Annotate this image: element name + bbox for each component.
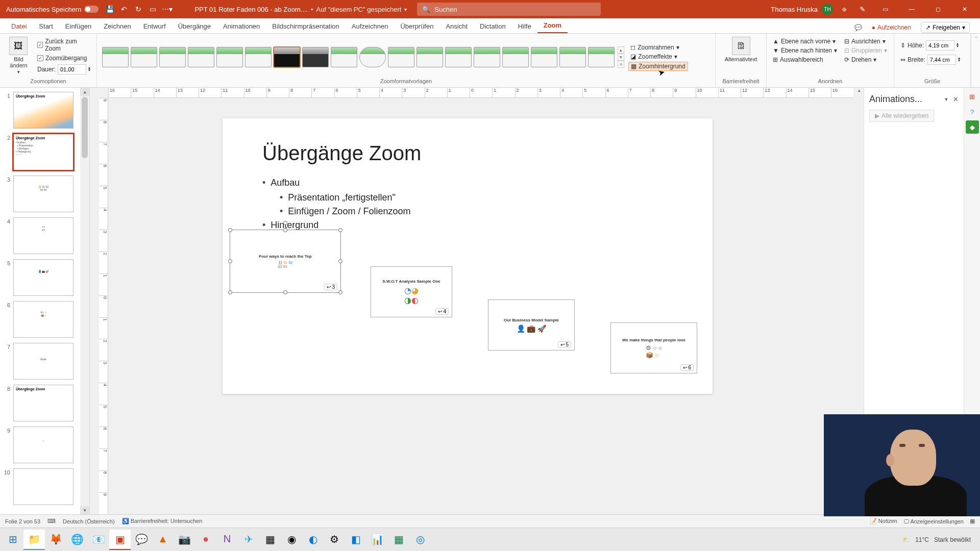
slide-title[interactable]: Übergänge Zoom — [223, 118, 713, 165]
zoom-style-1[interactable] — [102, 47, 129, 67]
height-field[interactable] — [926, 40, 954, 51]
zoom-box-slide6[interactable]: We make things that people love⚙ ○ ○📦 ○ … — [610, 322, 697, 373]
obs-icon[interactable]: ◉ — [281, 530, 302, 550]
tab-dictation[interactable]: Dictation — [474, 19, 512, 33]
return-to-zoom-checkbox[interactable]: ✓ Zurück zum Zoom — [35, 37, 92, 53]
vlc-icon[interactable]: ▲ — [152, 530, 174, 550]
edge-icon[interactable]: ◎ — [409, 530, 431, 550]
bring-forward-button[interactable]: ▲ Ebene nach vorne ▾ — [771, 37, 839, 45]
selection-pane-button[interactable]: ⊞ Auswahlbereich — [771, 56, 839, 64]
user-avatar[interactable]: TH — [822, 4, 833, 15]
zoom-style-15[interactable] — [502, 47, 529, 67]
gallery-more-icon[interactable]: ≡ — [618, 61, 624, 68]
app-icon-2[interactable]: 📷 — [174, 530, 195, 550]
minimize-icon[interactable]: — — [900, 0, 923, 18]
telegram-icon[interactable]: ✈ — [238, 530, 259, 550]
slide-thumb-4[interactable]: 4●●●● — [3, 217, 86, 254]
slide-thumb-6[interactable]: 6⚙ ○ ○📦 ○ — [3, 301, 86, 338]
tab-insert[interactable]: Einfügen — [59, 19, 97, 33]
zoom-style-16[interactable] — [531, 47, 557, 67]
zoom-style-17[interactable] — [559, 47, 586, 67]
zoom-style-18[interactable] — [588, 47, 615, 67]
pane-dropdown-icon[interactable]: ▾ — [945, 96, 948, 103]
gallery-up-icon[interactable]: ▴ — [618, 46, 624, 54]
zoom-box-slide4[interactable]: S.W.O.T Analysis Sample One◔◕◑◐ ↩ 4 — [371, 266, 452, 317]
scroll-thumb[interactable] — [82, 97, 88, 158]
document-title[interactable]: PPT 01 Roter Faden 006 - ab Zoom.... • A… — [194, 6, 407, 13]
zoom-style-2[interactable] — [131, 47, 157, 67]
accessibility-status[interactable]: ♿ Barrierefreiheit: Untersuchen — [122, 518, 203, 524]
display-settings-button[interactable]: 🖵 Anzeigeeinstellungen — [903, 518, 964, 524]
tab-record[interactable]: Aufzeichnen — [346, 19, 395, 33]
comments-icon[interactable]: 💬 — [854, 24, 862, 31]
zoom-style-4[interactable] — [188, 47, 214, 67]
app-icon-8[interactable]: 📊 — [366, 530, 388, 550]
zoom-style-6[interactable] — [245, 47, 272, 67]
rotate-button[interactable]: ⟳ Drehen ▾ — [842, 56, 889, 64]
tab-draw[interactable]: Zeichnen — [97, 19, 137, 33]
zoom-style-11[interactable] — [388, 47, 414, 67]
chrome-icon[interactable]: 🌐 — [66, 530, 88, 550]
app-icon-1[interactable]: 💬 — [131, 530, 152, 550]
change-image-button[interactable]: 🖼 Bild ändern ▾ — [4, 36, 33, 76]
temperature[interactable]: 11°C — [915, 536, 929, 543]
zoom-background-button[interactable]: ▦ Zoomhintergrund — [628, 62, 688, 71]
app-icon-5[interactable]: ◐ — [302, 530, 324, 550]
tab-design[interactable]: Entwurf — [137, 19, 172, 33]
app-icon-3[interactable]: ● — [195, 530, 216, 550]
width-field[interactable] — [927, 55, 956, 65]
slide-thumb-10[interactable]: 10 — [3, 468, 86, 505]
maximize-icon[interactable]: ◻ — [927, 0, 949, 18]
excel-icon[interactable]: ▦ — [388, 530, 409, 550]
record-button[interactable]: ● Aufzeichnen — [867, 22, 916, 33]
tab-view[interactable]: Ansicht — [439, 19, 474, 33]
app-icon-4[interactable]: ▦ — [259, 530, 281, 550]
sidetab-designer-icon[interactable]: ◆ — [966, 120, 979, 134]
height-input[interactable]: ⇕ Höhe: ▴▾ — [898, 40, 962, 51]
search-box[interactable]: 🔍 — [417, 3, 601, 16]
notes-button[interactable]: 📝 Notizen — [870, 518, 897, 524]
zoom-style-5[interactable] — [216, 47, 243, 67]
zoom-style-7-selected[interactable] — [274, 47, 300, 67]
scroll-up-icon[interactable]: ▴ — [80, 88, 89, 96]
toggle-switch[interactable] — [84, 6, 99, 13]
thumbs-scrollbar[interactable]: ▴ ▾ — [80, 88, 89, 514]
alt-text-button[interactable]: 🖺 Alternativtext — [722, 36, 761, 63]
zoom-transition-checkbox[interactable]: ✓ Zoomübergang — [35, 54, 92, 62]
slide-canvas[interactable]: Übergänge Zoom Aufbau Präsentation „fert… — [223, 118, 713, 394]
search-input[interactable] — [434, 6, 596, 13]
slide-thumb-5[interactable]: 5👤 💼 🚀 — [3, 259, 86, 296]
slide-thumb-7[interactable]: 7Ende — [3, 343, 86, 380]
save-icon[interactable]: 💾 — [103, 2, 117, 16]
app-icon-7[interactable]: ◧ — [345, 530, 366, 550]
powerpoint-icon[interactable]: ▣ — [109, 530, 131, 550]
coming-soon-icon[interactable]: ⎆ — [837, 2, 851, 16]
user-name[interactable]: Thomas Hruska — [771, 6, 818, 13]
align-button[interactable]: ⊟ Ausrichten ▾ — [842, 37, 889, 45]
zoom-style-12[interactable] — [416, 47, 443, 67]
close-icon[interactable]: ✕ — [953, 0, 976, 18]
width-input[interactable]: ⇔ Breite: ▴▾ — [898, 54, 962, 65]
zoom-box-slide5[interactable]: Our Business Model Sample👤 💼 🚀 ↩ 5 — [488, 299, 575, 350]
normal-view-icon[interactable]: ▦ — [970, 518, 975, 524]
explorer-icon[interactable]: 📁 — [23, 530, 45, 550]
tab-zoom[interactable]: Zoom — [537, 18, 568, 33]
send-backward-button[interactable]: ▼ Ebene nach hinten ▾ — [771, 46, 839, 55]
slide-thumb-2[interactable]: 2Übergänge Zoom• Aufbau • Präsentation •… — [3, 134, 86, 170]
gallery-down-icon[interactable]: ▾ — [618, 54, 624, 61]
onenote-icon[interactable]: N — [216, 530, 238, 550]
tab-start[interactable]: Start — [33, 19, 59, 33]
spellcheck-icon[interactable]: ⌨ — [47, 518, 56, 524]
share-button[interactable]: ↗ Freigeben ▾ — [921, 22, 970, 33]
tab-file[interactable]: Datei — [5, 19, 33, 33]
draw-icon[interactable]: ✎ — [855, 2, 870, 16]
slide-thumb-8[interactable]: 8Übergänge Zoom — [3, 385, 86, 421]
zoom-effects-button[interactable]: ◪ Zoomeffekte ▾ — [628, 53, 688, 61]
zoom-border-button[interactable]: ◻ Zoomrahmen ▾ — [628, 43, 688, 52]
weather-text[interactable]: Stark bewölkt — [934, 536, 971, 543]
slide-thumb-9[interactable]: 9— — [3, 427, 86, 463]
zoom-style-14[interactable] — [474, 47, 500, 67]
chevron-down-icon[interactable]: ▾ — [404, 7, 407, 12]
tab-transitions[interactable]: Übergänge — [172, 19, 217, 33]
autosave-toggle[interactable]: Automatisches Speichern — [2, 6, 103, 13]
